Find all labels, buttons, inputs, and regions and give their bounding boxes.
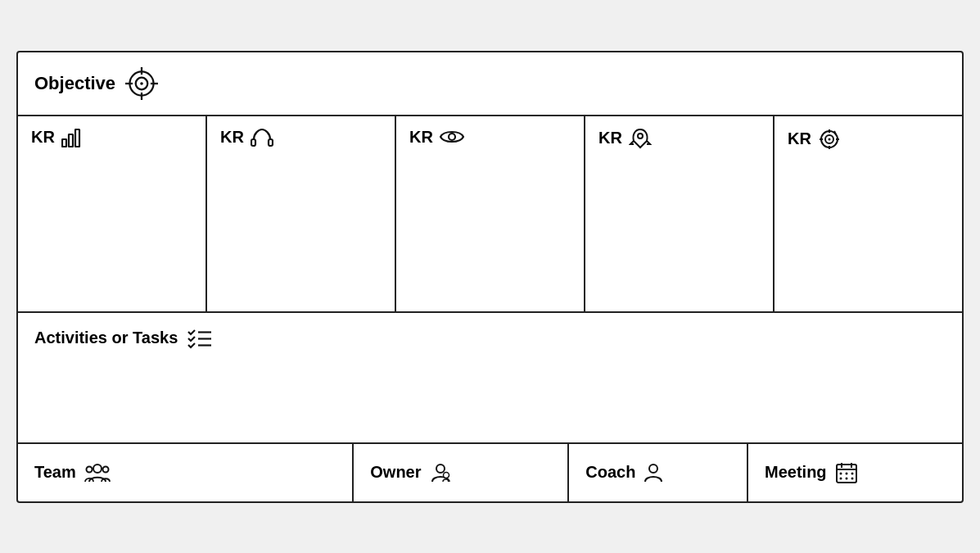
- owner-icon: [430, 462, 451, 483]
- kr-label-5: KR: [788, 129, 811, 148]
- bar-chart-icon: [61, 128, 83, 147]
- okr-canvas: Objective KR: [16, 51, 964, 503]
- svg-point-29: [649, 465, 657, 473]
- kr-label-2: KR: [220, 128, 244, 147]
- team-cell: Team: [18, 444, 354, 501]
- activities-label: Activities or Tasks: [34, 329, 178, 347]
- coach-icon: [644, 462, 663, 483]
- kr-label-3: KR: [409, 128, 433, 147]
- objective-row: Objective: [18, 52, 962, 116]
- kr-header-5: KR: [788, 128, 949, 151]
- kr-cell-2: KR: [207, 116, 396, 311]
- team-icon: [84, 462, 111, 483]
- svg-rect-10: [251, 139, 255, 146]
- kr-header-2: KR: [220, 128, 382, 147]
- kr-header-1: KR: [31, 128, 192, 147]
- owner-label: Owner: [370, 463, 421, 482]
- calendar-icon: [835, 461, 858, 484]
- svg-point-2: [140, 82, 143, 85]
- activities-row: Activities or Tasks: [18, 313, 962, 444]
- svg-point-24: [93, 465, 102, 473]
- svg-point-12: [449, 134, 455, 140]
- svg-point-16: [828, 138, 830, 140]
- checklist-icon: [187, 328, 212, 349]
- svg-point-27: [436, 465, 445, 473]
- objective-label: Objective: [34, 73, 115, 94]
- svg-rect-9: [75, 129, 79, 147]
- owner-cell: Owner: [354, 444, 569, 501]
- svg-rect-11: [269, 139, 273, 146]
- svg-rect-7: [62, 139, 66, 147]
- coach-cell: Coach: [569, 444, 748, 501]
- activities-header: Activities or Tasks: [34, 328, 946, 349]
- kr-label-1: KR: [31, 128, 55, 147]
- svg-point-28: [443, 472, 449, 478]
- rocket-icon: [629, 128, 652, 149]
- kr-cell-1: KR: [18, 116, 207, 311]
- svg-point-25: [86, 466, 92, 472]
- kr-cell-5: KR: [775, 116, 962, 311]
- kr-cell-3: KR: [396, 116, 585, 311]
- svg-point-26: [102, 466, 108, 472]
- kr-row: KR KR KR: [18, 116, 962, 313]
- target-gear-icon: [818, 128, 841, 151]
- eye-icon: [440, 128, 464, 146]
- headphones-icon: [251, 128, 273, 147]
- svg-point-13: [638, 134, 643, 138]
- svg-rect-8: [69, 134, 73, 147]
- kr-cell-4: KR: [585, 116, 775, 311]
- team-label: Team: [34, 463, 76, 482]
- kr-label-4: KR: [598, 129, 622, 147]
- bottom-row: Team Owner Coach: [18, 444, 962, 501]
- kr-header-4: KR: [598, 128, 760, 149]
- coach-label: Coach: [585, 463, 635, 482]
- kr-header-3: KR: [409, 128, 571, 147]
- meeting-label: Meeting: [765, 463, 827, 482]
- crosshair-icon: [125, 67, 158, 100]
- meeting-cell: Meeting: [748, 444, 962, 501]
